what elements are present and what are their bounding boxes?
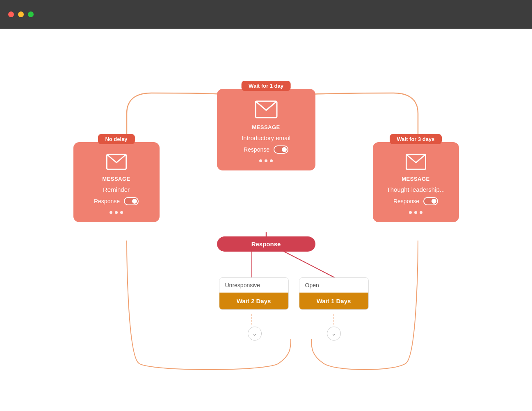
envelope-icon-center [255,100,278,120]
right-card-response-row: Response [393,197,438,205]
flow-container: Wait for 1 day MESSAGE Introductory emai… [41,60,492,380]
center-card-badge[interactable]: Wait for 1 day [241,81,291,91]
chevron-right-icon: ⌄ [331,330,336,337]
right-card-response-label: Response [393,198,419,204]
branch-left-label: Unresponsive [219,278,288,293]
traffic-light-yellow[interactable] [18,11,24,17]
center-card-response-row: Response [244,145,288,154]
chevron-right-button[interactable]: ⌄ [327,327,341,341]
dot-3 [270,159,273,162]
center-card-type: MESSAGE [252,124,280,130]
chevron-left-icon: ⌄ [252,330,257,337]
center-card-response-label: Response [244,146,269,153]
dot-9 [420,211,422,214]
left-card-response-row: Response [94,197,139,205]
branch-right-label: Open [299,278,368,293]
dot-6 [120,211,123,214]
canvas: Wait for 1 day MESSAGE Introductory emai… [0,29,532,411]
right-card-type: MESSAGE [402,176,430,182]
center-card-dots [259,159,273,162]
dot-2 [265,159,267,162]
branch-left-value[interactable]: Wait 2 Days [219,293,288,309]
center-card: Wait for 1 day MESSAGE Introductory emai… [217,89,315,170]
branch-right: Open Wait 1 Days [299,277,369,310]
branch-left: Unresponsive Wait 2 Days [219,277,289,310]
dot-8 [414,211,417,214]
traffic-light-green[interactable] [28,11,34,17]
left-card-badge[interactable]: No delay [98,134,135,144]
response-pill[interactable]: Response [217,236,315,252]
titlebar [0,0,532,29]
center-card-name: Introductory email [242,134,290,141]
left-card-response-label: Response [94,198,120,204]
center-card-toggle[interactable] [274,145,288,154]
dot-4 [110,211,112,214]
svg-line-2 [283,251,336,278]
right-card-toggle[interactable] [423,197,438,205]
right-card: Wait for 3 days MESSAGE Thought-leadersh… [373,142,459,222]
left-card-toggle[interactable] [124,197,139,205]
left-card-type: MESSAGE [102,176,130,182]
left-card-name: Reminder [103,186,130,193]
left-card-dots [110,211,123,214]
dot-1 [259,159,262,162]
envelope-icon-left [106,154,127,172]
left-card: No delay MESSAGE Reminder Response [73,142,160,222]
envelope-icon-right [405,154,427,172]
dot-5 [115,211,118,214]
right-card-badge[interactable]: Wait for 3 days [390,134,442,144]
traffic-light-red[interactable] [8,11,14,17]
dot-7 [409,211,412,214]
right-card-name: Thought-leadership... [387,186,445,193]
branch-right-value[interactable]: Wait 1 Days [299,293,368,309]
right-card-dots [409,211,422,214]
chevron-left-button[interactable]: ⌄ [248,327,262,341]
